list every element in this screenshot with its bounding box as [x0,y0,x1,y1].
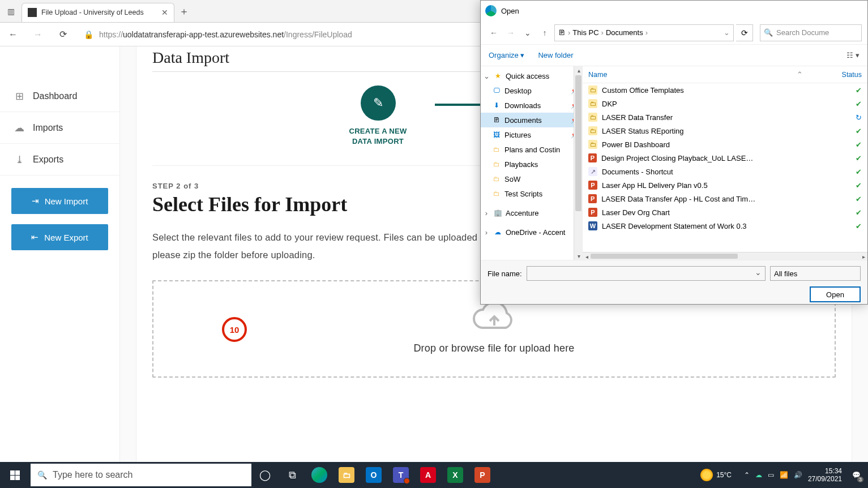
side-desktop[interactable]: 🖵Desktop📌 [481,83,582,98]
side-plans[interactable]: 🗀Plans and Costin [481,142,582,157]
dlg-back-button[interactable]: ← [486,25,501,40]
status-ok-icon: ✔ [856,222,862,230]
cortana-button[interactable]: ◯ [251,462,279,488]
side-documents[interactable]: 🖹Documents📌 [481,113,582,127]
back-button[interactable]: ← [3,25,23,44]
step-circle-1: ✎ [361,85,396,121]
filename-input[interactable] [527,266,766,281]
dlg-search-input[interactable]: 🔍 Search Docume [760,24,862,41]
file-row[interactable]: 🗀DKP✔ [583,97,867,110]
dialog-nav: ← → ⌄ ↑ 🖹 › This PC › Documents › ⌄ ⟳ 🔍 … [481,21,867,45]
sidebar-scrollbar[interactable]: ▴▾ [574,66,583,260]
view-options-button[interactable]: ☷ ▾ [846,51,860,59]
file-type-filter[interactable]: All files [770,266,861,281]
sidebar-item-imports[interactable]: ☁ Imports [0,112,119,144]
name-column-header[interactable]: Name [588,71,758,79]
dialog-titlebar: Open [481,1,867,21]
folder-icon: 🗀 [492,189,501,198]
crumb-item[interactable]: This PC [572,28,598,37]
file-row[interactable]: PLaser App HL Delivery Plan v0.5✔ [583,178,867,192]
date: 27/09/2021 [808,475,842,483]
dlg-forward-button[interactable]: → [503,25,518,40]
weather-widget[interactable]: 15°C [700,469,732,481]
dlg-up-button[interactable]: ↑ [537,25,552,40]
quick-access-group[interactable]: ⌄ ★ Quick access [481,69,582,83]
file-name: LASER Development Statement of Work 0.3 [602,222,747,230]
side-onedrive[interactable]: ›☁OneDrive - Accent [481,225,582,239]
file-row[interactable]: ↗Documents - Shortcut✔ [583,165,867,178]
dlg-recent-button[interactable]: ⌄ [520,25,535,40]
side-pictures[interactable]: 🖼Pictures📌 [481,127,582,142]
refresh-button[interactable]: ⟳ [53,25,72,44]
file-row[interactable]: 🗀LASER Status REporting✔ [583,124,867,138]
status-column-header[interactable]: Status [842,71,862,79]
side-sow[interactable]: 🗀SoW [481,172,582,186]
file-name: LASER Data Transfer [602,113,673,122]
file-name: Laser App HL Delivery Plan v0.5 [602,181,708,190]
crumb-item[interactable]: Documents [606,28,643,37]
tab-actions-icon[interactable]: ▥ [0,0,22,23]
file-name: DKP [602,100,617,108]
taskbar-app-teams[interactable]: T [387,462,414,488]
taskbar-app-explorer[interactable]: 🗀 [333,462,360,488]
onedrive-tray-icon[interactable]: ☁ [755,471,762,479]
chevron-right-icon: › [483,209,490,217]
tray-overflow-icon[interactable]: ⌃ [744,471,750,479]
side-playbacks[interactable]: 🗀Playbacks [481,157,582,172]
taskbar-app-acrobat[interactable]: A [414,462,442,488]
search-icon: 🔍 [764,28,773,37]
search-placeholder: Type here to search [53,470,132,480]
file-row[interactable]: PLASER Data Transfer App - HL Cost and T… [583,192,867,206]
start-button[interactable] [0,462,29,488]
temperature: 15°C [716,471,732,479]
browser-tab[interactable]: File Upload - University of Leeds ✕ [22,3,174,22]
building-icon: 🏢 [493,208,502,217]
search-placeholder: Search Docume [776,28,829,37]
cloud-icon: ☁ [493,228,502,237]
taskbar-app-excel[interactable]: X [442,462,469,488]
file-row[interactable]: PDesign Project Closing Playback_UoL LAS… [583,151,867,165]
action-center-button[interactable]: 💬 3 [848,466,865,483]
breadcrumb[interactable]: 🖹 › This PC › Documents › ⌄ [554,24,734,41]
file-row[interactable]: 🗀Power BI Dashboard✔ [583,138,867,151]
forward-button[interactable]: → [28,25,48,44]
sidebar-item-exports[interactable]: ⤓ Exports [0,144,119,175]
battery-icon[interactable]: ▭ [768,471,774,479]
file-open-dialog: Open ← → ⌄ ↑ 🖹 › This PC › Documents › ⌄… [480,0,868,305]
clock[interactable]: 15:34 27/09/2021 [808,467,842,483]
side-accenture[interactable]: ›🏢Accenture [481,206,582,220]
documents-icon: 🖹 [492,115,501,125]
side-tests[interactable]: 🗀Test Scripts [481,186,582,201]
favicon-icon [28,8,37,17]
new-tab-button[interactable]: ＋ [174,2,194,21]
new-import-button[interactable]: ⇥ New Import [11,188,108,214]
organize-menu[interactable]: Organize ▾ [489,51,524,59]
taskbar-app-powerpoint[interactable]: P [469,462,496,488]
export-icon: ⇤ [31,232,39,242]
import-icon: ⇥ [32,196,39,206]
file-row[interactable]: 🗀LASER Data Transfer↻ [583,110,867,124]
sidebar-item-label: Dashboard [33,91,77,101]
task-view-button[interactable]: ⧉ [279,462,306,488]
new-folder-button[interactable]: New folder [538,51,573,59]
dlg-refresh-button[interactable]: ⟳ [736,24,753,41]
url-text: https://uoldatatransferapi-app-test.azur… [99,30,352,39]
chevron-down-icon[interactable]: ⌄ [724,28,730,37]
file-list-hscroll[interactable]: ◂▸ [583,252,867,260]
wifi-icon[interactable]: 📶 [780,471,788,479]
taskbar-app-outlook[interactable]: O [360,462,387,488]
open-button[interactable]: Open [810,286,861,302]
close-tab-icon[interactable]: ✕ [161,8,168,17]
file-row[interactable]: PLaser Dev Org Chart✔ [583,206,867,219]
file-row[interactable]: 🗀Custom Office Templates✔ [583,83,867,97]
time: 15:34 [808,467,842,475]
file-list-header[interactable]: Name ⌃ Status [583,66,867,83]
side-downloads[interactable]: ⬇Downloads📌 [481,98,582,113]
file-row[interactable]: WLASER Development Statement of Work 0.3… [583,219,867,233]
new-export-button[interactable]: ⇤ New Export [11,224,108,250]
taskbar-search[interactable]: 🔍 Type here to search [31,464,251,486]
taskbar-app-edge[interactable] [306,462,333,488]
sidebar-item-dashboard[interactable]: ⊞ Dashboard [0,80,119,112]
volume-icon[interactable]: 🔊 [794,471,802,479]
dialog-footer: File name: All files Open [481,260,867,304]
